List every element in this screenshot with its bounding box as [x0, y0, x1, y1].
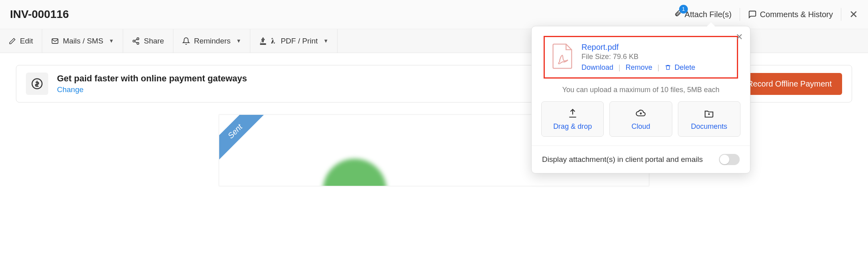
drag-drop-card[interactable]: Drag & drop — [541, 101, 604, 137]
paperclip-icon: 1 — [674, 9, 685, 20]
download-link[interactable]: Download — [581, 63, 613, 71]
bell-icon — [182, 37, 190, 45]
documents-card[interactable]: Documents — [678, 101, 740, 137]
separator: | — [619, 63, 621, 71]
file-name[interactable]: Report.pdf — [581, 43, 731, 52]
dollar-icon — [26, 73, 48, 95]
comments-history-button[interactable]: Comments & History — [740, 8, 841, 21]
chevron-down-icon: ▼ — [236, 38, 242, 44]
header-actions: 1 Attach File(s) Comments & History ✕ — [666, 8, 858, 21]
record-offline-payment-button[interactable]: Record Offline Payment — [737, 73, 842, 95]
close-icon[interactable]: ✕ — [841, 8, 858, 21]
delete-link[interactable]: Delete — [675, 63, 695, 71]
portal-toggle-label: Display attachment(s) in client portal a… — [542, 155, 703, 164]
change-link[interactable]: Change — [57, 85, 84, 94]
attached-file-row: Report.pdf File Size: 79.6 KB Download |… — [544, 36, 738, 79]
attach-files-button[interactable]: 1 Attach File(s) — [666, 8, 740, 21]
pdf-icon: 人 — [259, 37, 267, 45]
attach-files-popover: ✕ Report.pdf File Size: 79.6 KB Download… — [531, 26, 750, 173]
share-label: Share — [144, 37, 164, 45]
cloud-label: Cloud — [631, 122, 650, 130]
upload-hint: You can upload a maximum of 10 files, 5M… — [540, 86, 742, 94]
portal-toggle[interactable] — [719, 154, 740, 165]
reminders-button[interactable]: Reminders ▼ — [173, 29, 251, 53]
comment-icon — [748, 10, 757, 19]
trash-icon — [665, 63, 673, 71]
lambda-icon: 𝛌 — [271, 36, 275, 45]
popover-close-icon[interactable]: ✕ — [736, 32, 743, 42]
svg-text:人: 人 — [261, 39, 264, 43]
share-button[interactable]: Share — [123, 29, 173, 53]
folder-plus-icon — [704, 108, 714, 118]
pdf-print-button[interactable]: 人 𝛌 PDF / Print ▼ — [250, 29, 338, 53]
drag-drop-label: Drag & drop — [553, 122, 592, 130]
edit-button[interactable]: Edit — [0, 29, 42, 53]
pdf-label: PDF / Print — [281, 37, 318, 45]
sent-ribbon: Sent — [219, 114, 267, 163]
pdf-file-icon — [551, 43, 573, 70]
svg-point-1 — [137, 37, 139, 39]
invoice-title: INV-000116 — [10, 8, 69, 21]
mails-label: Mails / SMS — [63, 37, 103, 45]
separator: | — [658, 63, 660, 71]
share-icon — [132, 37, 140, 45]
pencil-icon — [9, 37, 16, 45]
cloud-card[interactable]: Cloud — [609, 101, 672, 137]
chevron-down-icon: ▼ — [109, 38, 114, 44]
cloud-icon — [636, 108, 646, 118]
upload-icon — [568, 108, 578, 118]
chevron-down-icon: ▼ — [323, 38, 328, 44]
file-size: File Size: 79.6 KB — [581, 53, 731, 61]
attach-label: Attach File(s) — [685, 10, 732, 19]
documents-label: Documents — [691, 122, 727, 130]
edit-label: Edit — [20, 37, 33, 45]
logo-placeholder — [323, 159, 387, 186]
reminders-label: Reminders — [194, 37, 231, 45]
mail-icon — [51, 37, 59, 45]
comments-label: Comments & History — [760, 10, 833, 19]
remove-link[interactable]: Remove — [626, 63, 652, 71]
svg-point-2 — [133, 40, 135, 42]
svg-point-3 — [137, 42, 139, 44]
attach-count-badge: 1 — [679, 5, 688, 14]
mails-sms-button[interactable]: Mails / SMS ▼ — [42, 29, 123, 53]
